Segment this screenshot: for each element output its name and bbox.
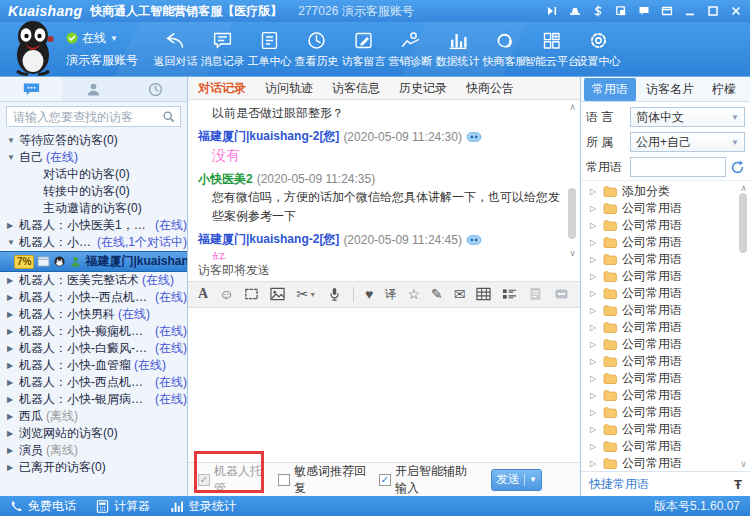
tree-item[interactable]: ▶西瓜(离线) bbox=[0, 408, 187, 425]
quicklist-icon[interactable] bbox=[502, 287, 517, 301]
tree-item[interactable]: ▼等待应答的访客(0) bbox=[0, 132, 187, 149]
folder-item[interactable]: ▷公司常用语 bbox=[581, 319, 750, 336]
tree-item[interactable]: 对话中的访客(0) bbox=[0, 166, 187, 183]
capture-icon[interactable] bbox=[244, 287, 259, 301]
toolbar-item-view-history[interactable]: 查看历史 bbox=[293, 30, 340, 69]
tree-item-selected[interactable]: 7%福建厦门|kuaishang-2[您] (1... bbox=[0, 251, 187, 272]
image-icon[interactable] bbox=[270, 287, 285, 301]
folder-item[interactable]: ▷公司常用语 bbox=[581, 353, 750, 370]
scroll-thumb[interactable] bbox=[568, 188, 576, 239]
toolbar-item-ticket-center[interactable]: 工单中心 bbox=[246, 30, 293, 69]
folder-item[interactable]: ▷公司常用语 bbox=[581, 387, 750, 404]
folder-item[interactable]: ▷公司常用语 bbox=[581, 217, 750, 234]
table-icon[interactable] bbox=[476, 287, 491, 301]
checkbox[interactable]: ✓ bbox=[198, 474, 210, 486]
envelope-icon[interactable]: ✉ bbox=[454, 287, 466, 301]
dock-right-icon[interactable] bbox=[546, 5, 558, 17]
tool-phone[interactable]: 免费电话 bbox=[10, 498, 76, 515]
tree-item[interactable]: 转接中的访客(0) bbox=[0, 183, 187, 200]
folder-item[interactable]: ▷公司常用语 bbox=[581, 370, 750, 387]
tree-item[interactable]: ▶机器人：小快男科(在线) bbox=[0, 306, 187, 323]
scissors-icon[interactable]: ✂▼ bbox=[296, 287, 316, 301]
reply-input-area[interactable] bbox=[188, 308, 580, 463]
tool-login-stats[interactable]: 登录统计 bbox=[170, 498, 236, 515]
folder-item[interactable]: ▷公司常用语 bbox=[581, 285, 750, 302]
tree-item[interactable]: ▶机器人：小快--西点机器人(在线) bbox=[0, 289, 187, 306]
tree-item[interactable]: ▶机器人：小快-白癜风-医院地址为空(在线) bbox=[0, 340, 187, 357]
folder-item[interactable]: ▷公司常用语 bbox=[581, 438, 750, 455]
tree-item[interactable]: ▼自己(在线) bbox=[0, 149, 187, 166]
folder-item[interactable]: ▷公司常用语 bbox=[581, 336, 750, 353]
tab-访客信息[interactable]: 访客信息 bbox=[332, 80, 380, 97]
checkbox[interactable] bbox=[278, 474, 290, 486]
keyboard-shortcut-icon[interactable]: Ŧ bbox=[734, 477, 742, 492]
folder-item[interactable]: ▷公司常用语 bbox=[581, 268, 750, 285]
pen-icon[interactable]: ✎ bbox=[431, 287, 443, 301]
tab-对话记录[interactable]: 对话记录 bbox=[198, 80, 246, 97]
refresh-icon[interactable] bbox=[730, 160, 745, 175]
tree-item[interactable]: ▶机器人：小快-银屑病机器人(在线) bbox=[0, 391, 187, 408]
emoji-icon[interactable]: ☺ bbox=[219, 287, 233, 301]
scroll-down-icon[interactable]: ∨ bbox=[737, 459, 750, 469]
quick-phrases-label[interactable]: 快捷常用语 bbox=[589, 476, 649, 493]
toolbar-item-cloud-platform[interactable]: 智能云平台 bbox=[528, 30, 575, 69]
tool-calculator[interactable]: 计算器 bbox=[96, 498, 150, 515]
folder-item[interactable]: ▷公司常用语 bbox=[581, 251, 750, 268]
folder-item[interactable]: ▷公司常用语 bbox=[581, 302, 750, 319]
screenshot-icon[interactable] bbox=[615, 5, 627, 17]
send-button[interactable]: 发送▼ bbox=[491, 469, 542, 491]
tab-访客名片[interactable]: 访客名片 bbox=[638, 78, 702, 101]
sidebar-tab-person[interactable] bbox=[62, 77, 124, 101]
tree-item[interactable]: ▶机器人：小快-血管瘤(在线) bbox=[0, 357, 187, 374]
folder-item[interactable]: ▷公司常用语 bbox=[581, 234, 750, 251]
search-input[interactable] bbox=[6, 106, 181, 127]
folder-item[interactable]: ▷公司常用语 bbox=[581, 421, 750, 438]
sidebar-tab-chat-bubble[interactable] bbox=[0, 77, 62, 101]
sensitive-word-reply-option[interactable]: 敏感词推荐回复 bbox=[278, 463, 366, 497]
minimize-icon[interactable] bbox=[684, 5, 696, 17]
maximize-icon[interactable] bbox=[707, 5, 719, 17]
tab-访问轨迹[interactable]: 访问轨迹 bbox=[265, 80, 313, 97]
close-icon[interactable] bbox=[730, 5, 742, 17]
toolbar-item-data-statistics[interactable]: 数据统计 bbox=[434, 30, 481, 69]
tree-item[interactable]: ▼机器人：小快医美2(在线,1个对话中) bbox=[0, 234, 187, 251]
status-selector[interactable]: 在线 ▼ bbox=[66, 30, 138, 47]
folder-item[interactable]: ▷公司常用语 bbox=[581, 404, 750, 421]
folder-item[interactable]: ▷公司常用语 bbox=[581, 200, 750, 217]
heart-icon[interactable]: ♥ bbox=[365, 287, 373, 301]
recharge-icon[interactable] bbox=[592, 5, 604, 17]
skin-icon[interactable] bbox=[569, 5, 581, 17]
phrase-search[interactable] bbox=[630, 157, 726, 177]
font-icon[interactable]: A bbox=[198, 287, 208, 301]
star-icon[interactable]: ☆ bbox=[407, 287, 420, 301]
tree-item[interactable]: ▶机器人：小快-西点机器人(在线) bbox=[0, 374, 187, 391]
mic-icon[interactable] bbox=[327, 287, 342, 301]
toolbar-item-return-chat[interactable]: 返回对话 bbox=[152, 30, 199, 69]
toolbar-item-marketing-diagnosis[interactable]: 营销诊断 bbox=[387, 30, 434, 69]
tab-快商公告[interactable]: 快商公告 bbox=[466, 80, 514, 97]
owner-select[interactable]: 公用+自己▼ bbox=[630, 132, 745, 152]
panel-icon[interactable] bbox=[661, 5, 673, 17]
toolbar-item-message-history[interactable]: 消息记录 bbox=[199, 30, 246, 69]
tree-item[interactable]: 主动邀请的访客(0) bbox=[0, 200, 187, 217]
toolbar-item-visitor-message[interactable]: 访客留言 bbox=[340, 30, 387, 69]
smart-assist-input-option[interactable]: ✓开启智能辅助输入 bbox=[379, 463, 478, 497]
feedback-icon[interactable] bbox=[638, 5, 650, 17]
scroll-down-icon[interactable]: ∨ bbox=[566, 248, 579, 258]
sidebar-tab-clock[interactable] bbox=[125, 77, 187, 101]
robot-hosting-option[interactable]: ✓机器人托管 bbox=[198, 463, 265, 497]
tree-item[interactable]: ▶已离开的访客(0) bbox=[0, 459, 187, 476]
toolbar-item-kuaishang-service[interactable]: 快商客服 bbox=[481, 30, 528, 69]
scroll-up-icon[interactable]: ∧ bbox=[737, 183, 750, 193]
folder-item[interactable]: ▷添加分类 bbox=[581, 183, 750, 200]
tree-item[interactable]: ▶浏览网站的访客(0) bbox=[0, 425, 187, 442]
scroll-thumb[interactable] bbox=[739, 193, 747, 253]
tree-item[interactable]: ▶机器人：小快-癫痫机器人(在线) bbox=[0, 323, 187, 340]
tree-item[interactable]: ▶机器人：小快医美1，通用话术和...(在线) bbox=[0, 217, 187, 234]
scroll-up-icon[interactable]: ∧ bbox=[566, 102, 579, 112]
language-select[interactable]: 简体中文▼ bbox=[630, 107, 745, 127]
tab-柠檬[interactable]: 柠檬 bbox=[704, 78, 744, 101]
tab-历史记录[interactable]: 历史记录 bbox=[399, 80, 447, 97]
search-icon[interactable] bbox=[162, 110, 175, 123]
tab-常用语[interactable]: 常用语 bbox=[584, 78, 636, 101]
